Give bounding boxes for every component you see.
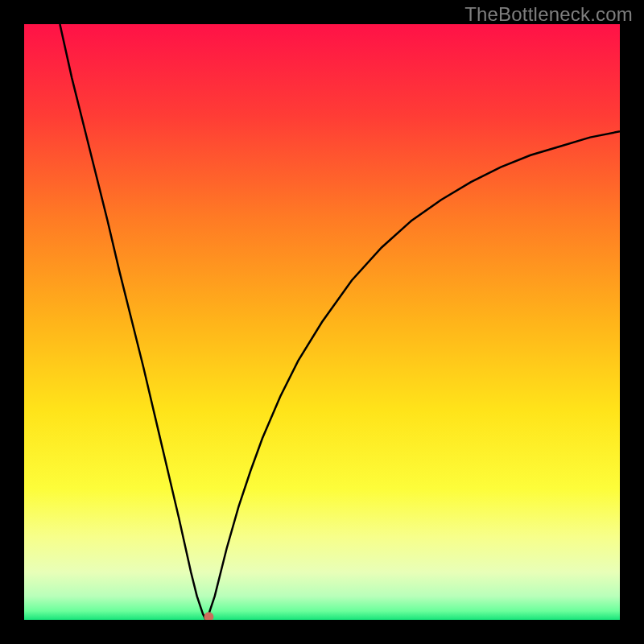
bottleneck-curve [60, 24, 620, 620]
watermark-text: TheBottleneck.com [464, 3, 633, 26]
optimal-point-marker [204, 612, 213, 620]
chart-plot-area [24, 24, 620, 620]
chart-svg [24, 24, 620, 620]
